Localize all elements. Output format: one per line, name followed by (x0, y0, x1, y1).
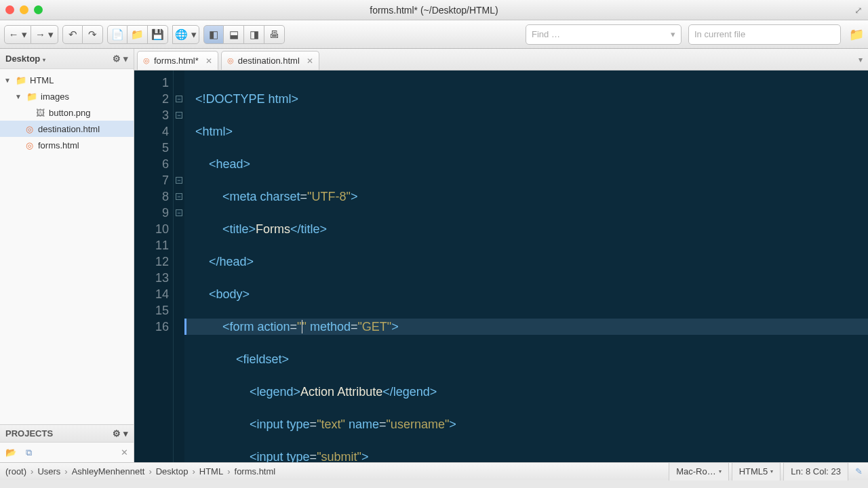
undo-button[interactable]: ↶ (62, 25, 83, 44)
status-bar: (root)› Users› AshleyMenhennett› Desktop… (0, 462, 868, 480)
open-folder-button[interactable]: 📁 (127, 25, 148, 44)
tree-folder-html[interactable]: ▼📁HTML (0, 72, 134, 88)
main-toolbar: ← ▾ → ▾ ↶ ↷ 📄 📁 💾 🌐 ▾ ◧ ⬓ ◨ 🖶 Find … ▾ I… (0, 20, 868, 49)
forward-button[interactable]: → ▾ (31, 25, 58, 44)
layout-print-button[interactable]: 🖶 (264, 25, 285, 44)
gear-icon[interactable]: ⚙ ▾ (113, 428, 128, 439)
breadcrumb[interactable]: AshleyMenhennett (72, 466, 145, 476)
tab-forms[interactable]: ◎ forms.html* ✕ (137, 51, 218, 70)
zoom-window-icon[interactable] (34, 5, 43, 14)
layout-bottom-panel-button[interactable]: ⬓ (224, 25, 244, 44)
find-input[interactable]: Find … ▾ (526, 24, 682, 45)
window-titlebar: forms.html* (~/Desktop/HTML) ⤢ (0, 0, 868, 20)
duplicate-project-icon[interactable]: ⧉ (26, 447, 32, 458)
window-title: forms.html* (~/Desktop/HTML) (370, 5, 498, 16)
tab-bar: ◎ forms.html* ✕ ◎ destination.html ✕ ▾ (134, 49, 868, 70)
breadcrumb[interactable]: HTML (199, 466, 223, 476)
encoding-select[interactable]: Mac-Ro…▾ (669, 463, 729, 481)
file-tree: ▼📁HTML ▼📁images 🖼button.png ◎destination… (0, 69, 134, 424)
open-containing-folder-button[interactable]: 📁 (849, 27, 864, 42)
breadcrumb[interactable]: (root) (5, 466, 26, 476)
gear-icon[interactable]: ⚙ ▾ (113, 54, 128, 64)
layout-right-panel-button[interactable]: ◨ (244, 25, 264, 44)
back-button[interactable]: ← ▾ (4, 25, 31, 44)
minimize-window-icon[interactable] (20, 5, 28, 14)
new-file-button[interactable]: 📄 (107, 25, 127, 44)
status-info-icon[interactable]: ✎ (855, 466, 863, 476)
html-file-icon: ◎ (143, 56, 150, 65)
tab-destination[interactable]: ◎ destination.html ✕ (221, 51, 319, 70)
breadcrumb[interactable]: Users (37, 466, 60, 476)
fold-marker-icon[interactable]: − (176, 193, 182, 200)
layout-left-panel-button[interactable]: ◧ (203, 25, 224, 44)
window-controls (5, 5, 43, 14)
close-icon[interactable]: ✕ (205, 56, 212, 66)
fold-column: − − − − − (174, 70, 184, 462)
projects-header[interactable]: PROJECTS ⚙ ▾ (0, 424, 134, 442)
fold-marker-icon[interactable]: − (176, 112, 182, 119)
open-project-icon[interactable]: 📂 (5, 447, 16, 458)
find-context-select[interactable]: In current file (688, 24, 841, 45)
tree-file-destination[interactable]: ◎destination.html (0, 121, 134, 137)
breadcrumb[interactable]: forms.html (235, 466, 276, 476)
fold-marker-icon[interactable]: − (176, 96, 182, 102)
code-editor[interactable]: 12345678910111213141516 − − − − − <!DOCT… (134, 70, 868, 462)
editor-panel: ◎ forms.html* ✕ ◎ destination.html ✕ ▾ 1… (134, 49, 868, 462)
close-icon[interactable]: ✕ (307, 56, 313, 66)
tree-file-button-png[interactable]: 🖼button.png (0, 104, 134, 121)
close-window-icon[interactable] (5, 5, 14, 14)
close-project-icon[interactable]: ✕ (121, 447, 128, 458)
tree-file-forms[interactable]: ◎forms.html (0, 137, 134, 153)
fold-marker-icon[interactable]: − (176, 177, 182, 184)
fold-marker-icon[interactable]: − (176, 209, 182, 216)
tab-overflow-icon[interactable]: ▾ (859, 55, 863, 64)
find-placeholder: Find … (532, 29, 560, 39)
maximize-icon[interactable]: ⤢ (854, 5, 863, 16)
redo-button[interactable]: ↷ (83, 25, 103, 44)
cursor-position[interactable]: Ln: 8 Col: 23 (783, 463, 848, 481)
html-file-icon: ◎ (227, 56, 234, 65)
tree-folder-images[interactable]: ▼📁images (0, 88, 134, 104)
line-gutter: 12345678910111213141516 (134, 70, 174, 462)
browser-preview-button[interactable]: 🌐 ▾ (172, 25, 199, 44)
find-context-label: In current file (694, 29, 745, 39)
file-sidebar: Desktop ▾ ⚙ ▾ ▼📁HTML ▼📁images 🖼button.pn… (0, 49, 134, 462)
syntax-select[interactable]: HTML5▾ (732, 463, 781, 481)
save-button[interactable]: 💾 (148, 25, 168, 44)
chevron-down-icon: ▾ (671, 29, 675, 39)
breadcrumb[interactable]: Desktop (156, 466, 189, 476)
sidebar-header[interactable]: Desktop ▾ ⚙ ▾ (0, 49, 134, 69)
projects-toolbar: 📂 ⧉ ✕ (0, 442, 134, 462)
code-content[interactable]: <!DOCTYPE html> <html> <head> <meta char… (184, 70, 868, 462)
